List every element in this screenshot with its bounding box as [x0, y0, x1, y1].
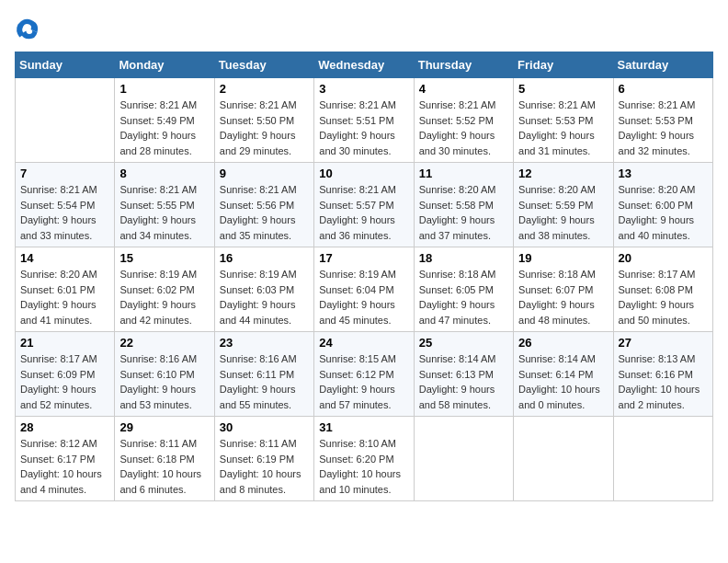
day-number: 11 [419, 167, 508, 180]
calendar-cell: 25 Sunrise: 8:14 AMSunset: 6:13 PMDaylig… [414, 332, 513, 417]
day-info: Sunrise: 8:19 AMSunset: 6:02 PMDaylight:… [119, 267, 209, 327]
page-header [15, 15, 713, 40]
day-info: Sunrise: 8:20 AMSunset: 5:58 PMDaylight:… [419, 182, 508, 243]
day-number: 30 [220, 420, 309, 434]
day-number: 16 [220, 251, 309, 265]
calendar-cell: 11 Sunrise: 8:20 AMSunset: 5:58 PMDaylig… [414, 163, 513, 247]
calendar-week-row: 1 Sunrise: 8:21 AMSunset: 5:49 PMDayligh… [16, 78, 713, 163]
weekday-header-wednesday: Wednesday [314, 52, 414, 78]
day-number: 26 [518, 336, 608, 350]
day-info: Sunrise: 8:12 AMSunset: 6:17 PMDaylight:… [20, 436, 109, 497]
day-number: 4 [419, 82, 508, 96]
day-number: 21 [20, 336, 109, 350]
day-number: 23 [220, 336, 309, 350]
calendar-cell: 31 Sunrise: 8:10 AMSunset: 6:20 PMDaylig… [314, 417, 414, 501]
weekday-header-tuesday: Tuesday [214, 52, 313, 78]
calendar-cell: 12 Sunrise: 8:20 AMSunset: 5:59 PMDaylig… [514, 163, 613, 247]
day-info: Sunrise: 8:21 AMSunset: 5:49 PMDaylight:… [119, 98, 209, 158]
day-number: 31 [319, 420, 408, 434]
day-number: 28 [20, 420, 109, 434]
calendar-cell: 5 Sunrise: 8:21 AMSunset: 5:53 PMDayligh… [514, 78, 613, 163]
day-number: 3 [319, 82, 408, 96]
day-number: 18 [419, 251, 508, 265]
day-number: 13 [619, 167, 708, 180]
calendar-cell: 2 Sunrise: 8:21 AMSunset: 5:50 PMDayligh… [214, 78, 313, 163]
day-info: Sunrise: 8:15 AMSunset: 6:12 PMDaylight:… [319, 351, 408, 412]
calendar-cell: 14 Sunrise: 8:20 AMSunset: 6:01 PMDaylig… [16, 247, 115, 332]
day-info: Sunrise: 8:21 AMSunset: 5:50 PMDaylight:… [220, 98, 309, 158]
calendar-week-row: 21 Sunrise: 8:17 AMSunset: 6:09 PMDaylig… [16, 332, 713, 417]
day-number: 6 [619, 82, 708, 96]
day-info: Sunrise: 8:20 AMSunset: 5:59 PMDaylight:… [518, 182, 608, 243]
calendar-cell: 29 Sunrise: 8:11 AMSunset: 6:18 PMDaylig… [115, 417, 214, 501]
day-info: Sunrise: 8:11 AMSunset: 6:19 PMDaylight:… [220, 436, 309, 497]
calendar-cell: 6 Sunrise: 8:21 AMSunset: 5:53 PMDayligh… [613, 78, 712, 163]
day-info: Sunrise: 8:16 AMSunset: 6:10 PMDaylight:… [119, 351, 209, 412]
calendar-cell: 27 Sunrise: 8:13 AMSunset: 6:16 PMDaylig… [613, 332, 712, 417]
weekday-header-saturday: Saturday [613, 52, 712, 78]
day-info: Sunrise: 8:21 AMSunset: 5:53 PMDaylight:… [518, 98, 608, 158]
day-number: 9 [220, 167, 309, 180]
weekday-header-monday: Monday [115, 52, 214, 78]
calendar-cell: 1 Sunrise: 8:21 AMSunset: 5:49 PMDayligh… [115, 78, 214, 163]
day-number: 24 [319, 336, 408, 350]
day-info: Sunrise: 8:19 AMSunset: 6:04 PMDaylight:… [319, 267, 408, 327]
calendar-cell: 19 Sunrise: 8:18 AMSunset: 6:07 PMDaylig… [514, 247, 613, 332]
day-number: 7 [20, 167, 109, 180]
calendar-cell: 15 Sunrise: 8:19 AMSunset: 6:02 PMDaylig… [115, 247, 214, 332]
calendar-cell: 22 Sunrise: 8:16 AMSunset: 6:10 PMDaylig… [115, 332, 214, 417]
calendar-cell: 23 Sunrise: 8:16 AMSunset: 6:11 PMDaylig… [214, 332, 313, 417]
day-info: Sunrise: 8:21 AMSunset: 5:56 PMDaylight:… [220, 182, 309, 243]
day-info: Sunrise: 8:10 AMSunset: 6:20 PMDaylight:… [319, 436, 408, 497]
calendar-table: SundayMondayTuesdayWednesdayThursdayFrid… [15, 52, 713, 501]
day-info: Sunrise: 8:21 AMSunset: 5:57 PMDaylight:… [319, 182, 408, 243]
calendar-cell: 9 Sunrise: 8:21 AMSunset: 5:56 PMDayligh… [214, 163, 313, 247]
day-number: 27 [619, 336, 708, 350]
calendar-cell: 28 Sunrise: 8:12 AMSunset: 6:17 PMDaylig… [16, 417, 115, 501]
calendar-cell [16, 78, 115, 163]
calendar-cell: 8 Sunrise: 8:21 AMSunset: 5:55 PMDayligh… [115, 163, 214, 247]
day-number: 22 [119, 336, 209, 350]
day-number: 25 [419, 336, 508, 350]
logo-icon [15, 15, 40, 40]
day-info: Sunrise: 8:19 AMSunset: 6:03 PMDaylight:… [220, 267, 309, 327]
day-info: Sunrise: 8:21 AMSunset: 5:54 PMDaylight:… [20, 182, 109, 243]
day-info: Sunrise: 8:14 AMSunset: 6:14 PMDaylight:… [518, 351, 608, 412]
day-info: Sunrise: 8:17 AMSunset: 6:08 PMDaylight:… [619, 267, 708, 327]
day-number: 8 [119, 167, 209, 180]
day-info: Sunrise: 8:20 AMSunset: 6:00 PMDaylight:… [619, 182, 708, 243]
calendar-cell: 16 Sunrise: 8:19 AMSunset: 6:03 PMDaylig… [214, 247, 313, 332]
day-info: Sunrise: 8:16 AMSunset: 6:11 PMDaylight:… [220, 351, 309, 412]
day-number: 29 [119, 420, 209, 434]
calendar-cell: 21 Sunrise: 8:17 AMSunset: 6:09 PMDaylig… [16, 332, 115, 417]
day-info: Sunrise: 8:21 AMSunset: 5:51 PMDaylight:… [319, 98, 408, 158]
day-number: 2 [220, 82, 309, 96]
day-number: 14 [20, 251, 109, 265]
calendar-cell [514, 417, 613, 501]
day-number: 5 [518, 82, 608, 96]
day-number: 1 [119, 82, 209, 96]
calendar-week-row: 28 Sunrise: 8:12 AMSunset: 6:17 PMDaylig… [16, 417, 713, 501]
calendar-cell: 7 Sunrise: 8:21 AMSunset: 5:54 PMDayligh… [16, 163, 115, 247]
calendar-cell: 17 Sunrise: 8:19 AMSunset: 6:04 PMDaylig… [314, 247, 414, 332]
calendar-cell [414, 417, 513, 501]
logo [15, 15, 44, 40]
calendar-cell: 26 Sunrise: 8:14 AMSunset: 6:14 PMDaylig… [514, 332, 613, 417]
calendar-cell: 13 Sunrise: 8:20 AMSunset: 6:00 PMDaylig… [613, 163, 712, 247]
weekday-header-sunday: Sunday [16, 52, 115, 78]
day-number: 20 [619, 251, 708, 265]
weekday-header-thursday: Thursday [414, 52, 513, 78]
day-info: Sunrise: 8:17 AMSunset: 6:09 PMDaylight:… [20, 351, 109, 412]
day-number: 15 [119, 251, 209, 265]
calendar-cell: 18 Sunrise: 8:18 AMSunset: 6:05 PMDaylig… [414, 247, 513, 332]
day-number: 19 [518, 251, 608, 265]
calendar-cell: 10 Sunrise: 8:21 AMSunset: 5:57 PMDaylig… [314, 163, 414, 247]
day-info: Sunrise: 8:18 AMSunset: 6:07 PMDaylight:… [518, 267, 608, 327]
day-number: 17 [319, 251, 408, 265]
day-number: 10 [319, 167, 408, 180]
calendar-cell: 3 Sunrise: 8:21 AMSunset: 5:51 PMDayligh… [314, 78, 414, 163]
day-info: Sunrise: 8:21 AMSunset: 5:55 PMDaylight:… [119, 182, 209, 243]
weekday-header-friday: Friday [514, 52, 613, 78]
calendar-cell: 20 Sunrise: 8:17 AMSunset: 6:08 PMDaylig… [613, 247, 712, 332]
calendar-cell: 4 Sunrise: 8:21 AMSunset: 5:52 PMDayligh… [414, 78, 513, 163]
